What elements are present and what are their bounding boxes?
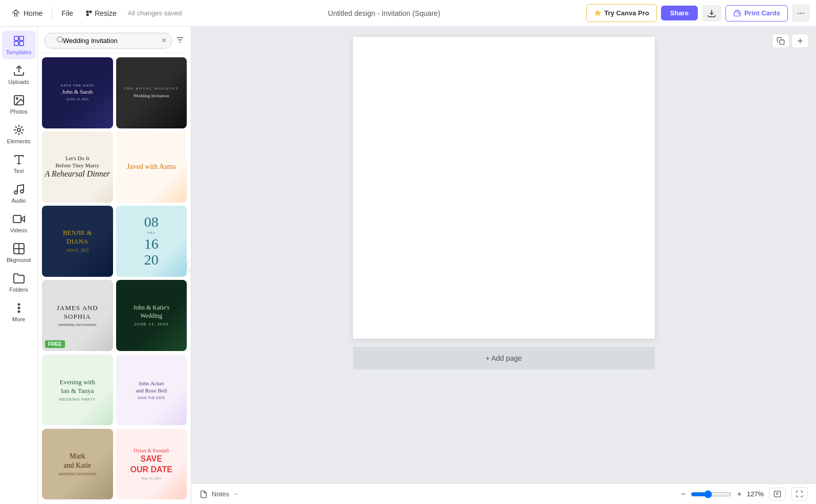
templates-grid: ··· SAVE THE DATE John & Sarah JUNE 14, … [38,53,191,504]
share-button[interactable]: Share [661,6,698,20]
filter-icon[interactable] [175,35,185,47]
file-button[interactable]: File [56,6,78,20]
sidebar-label-templates: Templates [6,49,31,55]
canvas-toolbar [772,34,809,48]
svg-line-24 [61,41,63,42]
topbar-left: Home File Resize All changes saved [6,6,182,21]
canvas-scroll[interactable]: + Add page [191,27,816,484]
svg-rect-6 [19,36,24,40]
print-label: Print Cards [744,9,780,17]
template-card[interactable]: ··· Let's Do ItBefore They MarryA Rehear… [42,132,113,203]
template-card[interactable]: ··· JAMES AND SOPHIA WEDDING INVITATION … [42,280,113,351]
resize-button[interactable]: Resize [80,6,122,20]
svg-point-16 [20,190,24,193]
svg-rect-2 [86,13,89,16]
template-card[interactable]: ··· 08 THE 16 20 [116,206,187,277]
template-card[interactable]: ··· THE ROYAL BOUQUET Wedding Invitation [116,57,187,128]
main-layout: Templates Uploads Photos Elements Text A… [0,27,816,504]
canvas-page [353,37,655,339]
resize-label: Resize [95,9,117,17]
svg-rect-0 [86,10,89,13]
free-badge: FREE [45,340,65,348]
zoom-controls: − + 127% [679,489,764,500]
fit-page-button[interactable] [769,488,786,500]
canvas-add-button[interactable] [791,34,809,48]
svg-rect-18 [13,215,21,223]
topbar: Home File Resize All changes saved Untit… [0,0,816,27]
share-label: Share [670,9,689,17]
sidebar-label-text: Text [13,168,24,174]
sidebar-label-audio: Audio [11,198,26,204]
topbar-more-button[interactable]: ··· [792,4,810,22]
sidebar-label-videos: Videos [10,227,27,233]
sidebar-item-videos[interactable]: Videos [2,209,36,237]
svg-rect-8 [19,41,24,46]
canvas-duplicate-button[interactable] [772,34,789,48]
svg-point-11 [16,98,18,99]
sidebar-label-more: More [12,316,25,322]
sidebar-item-elements[interactable]: Elements [2,120,36,148]
sidebar-label-folders: Folders [9,287,28,293]
template-card[interactable]: ··· Javed with Asma [116,132,187,203]
sidebar-item-more[interactable]: More [2,298,36,326]
clear-search-icon[interactable] [161,36,167,46]
search-input-wrap [44,33,172,49]
print-cards-button[interactable]: Print Cards [725,5,788,21]
search-icon [56,36,64,46]
zoom-out-button[interactable]: − [679,489,688,500]
zoom-level-text: 127% [747,490,764,498]
home-label: Home [24,9,42,17]
svg-point-20 [18,304,19,305]
template-card[interactable]: ··· John Ackerand Rose Bell SAVE THE DAT… [116,355,187,426]
canvas-area: + Add page Notes − + 127% [191,27,816,504]
svg-point-22 [18,311,19,313]
file-label: File [61,9,73,17]
add-page-button[interactable]: + Add page [353,347,655,369]
sidebar-item-folders[interactable]: Folders [2,268,36,297]
svg-marker-17 [21,216,25,222]
sidebar-label-photos: Photos [10,108,27,115]
notes-button[interactable]: Notes [200,490,239,498]
sidebar-item-background[interactable]: Bkground [2,238,36,267]
svg-rect-30 [780,40,784,45]
svg-point-15 [14,191,17,194]
notes-right: − + 127% [679,487,808,501]
template-card[interactable]: ··· Dylan & Kendall SAVEOUR DATE May 14,… [116,429,187,500]
try-pro-label: Try Canva Pro [604,9,649,17]
topbar-divider [52,7,52,19]
notes-label: Notes [212,490,229,498]
download-button[interactable] [702,5,721,21]
sidebar-item-templates[interactable]: Templates [2,31,36,59]
sidebar-label-elements: Elements [7,138,31,144]
template-card[interactable]: ··· BENJIE &DIANA JAN 01, 2025 [42,206,113,277]
sidebar-label-uploads: Uploads [8,79,29,85]
template-card[interactable]: ··· Markand Katie WEDDING INVITATION [42,429,113,500]
sidebar-icons: Templates Uploads Photos Elements Text A… [0,27,38,504]
svg-point-12 [17,128,20,132]
svg-rect-7 [14,41,18,46]
svg-point-4 [739,13,739,14]
templates-panel: ··· SAVE THE DATE John & Sarah JUNE 14, … [38,27,191,504]
topbar-right: ★ Try Canva Pro Share Print Cards ··· [586,4,810,22]
zoom-slider[interactable] [691,490,732,498]
svg-point-23 [57,37,62,42]
sidebar-item-audio[interactable]: Audio [2,179,36,208]
autosave-text: All changes saved [128,9,182,17]
svg-rect-1 [90,10,92,13]
home-button[interactable]: Home [6,6,48,21]
sidebar-item-uploads[interactable]: Uploads [2,60,36,89]
sidebar-label-background: Bkground [7,257,31,263]
fullscreen-button[interactable] [791,487,808,501]
svg-point-21 [18,308,19,309]
zoom-in-button[interactable]: + [735,489,743,500]
template-card[interactable]: ··· John & Katie'sWedding JUNE 14, 2024 [116,280,187,351]
topbar-title: Untitled design - Invitation (Square) [186,9,582,17]
template-card[interactable]: ··· Evening withIan & Tanya WEDDING PART… [42,355,113,426]
add-page-label: + Add page [486,354,522,362]
sidebar-item-text[interactable]: Text [2,149,36,178]
svg-rect-5 [14,36,18,40]
try-canva-pro-button[interactable]: ★ Try Canva Pro [586,4,656,22]
notes-bar: Notes − + 127% [191,484,816,504]
template-card[interactable]: ··· SAVE THE DATE John & Sarah JUNE 14, … [42,57,113,128]
sidebar-item-photos[interactable]: Photos [2,90,36,119]
